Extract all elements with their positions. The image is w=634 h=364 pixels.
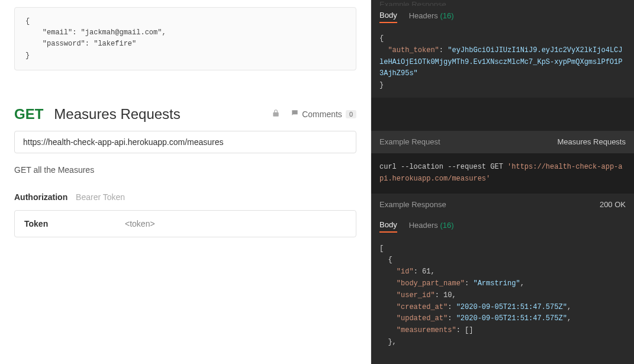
authorization-type: Bearer Token <box>76 192 125 202</box>
example-response-label: Example Response <box>379 200 446 209</box>
headers-count-2: (16) <box>440 221 453 230</box>
token-value: <token> <box>125 219 155 228</box>
endpoint-header: GET Measures Requests Comments 0 <box>14 106 356 123</box>
authorization-label: Authorization <box>14 192 67 202</box>
authorization-row: Authorization Bearer Token <box>14 192 356 202</box>
comment-icon <box>291 109 299 119</box>
response-tabs-top: Body Headers (16) <box>371 6 634 27</box>
truncated-prev-section: Example Response <box>371 0 634 6</box>
example-request-header: Example Request Measures Requests <box>371 131 634 153</box>
example-request-label: Example Request <box>379 137 440 146</box>
token-row: Token <token> <box>14 210 356 237</box>
lock-icon <box>272 109 280 120</box>
tab-headers-label: Headers <box>409 11 438 20</box>
request-body-code: { "email": "jackmah@gmail.com", "passwor… <box>14 7 356 70</box>
tab-headers-2[interactable]: Headers (16) <box>409 221 454 232</box>
example-response-header: Example Response 200 OK <box>371 194 634 216</box>
comments-count: 0 <box>346 110 356 118</box>
endpoint-url[interactable]: https://health-check-app-api.herokuapp.c… <box>14 131 356 153</box>
tab-body-2[interactable]: Body <box>379 220 397 233</box>
response-tabs-bottom: Body Headers (16) <box>371 216 634 237</box>
comments-label: Comments <box>302 109 342 119</box>
token-label: Token <box>24 219 125 228</box>
tab-headers-label-2: Headers <box>409 221 438 230</box>
endpoint-title: Measures Requests <box>54 106 272 123</box>
comments-button[interactable]: Comments 0 <box>291 109 356 119</box>
section-divider <box>371 98 634 131</box>
curl-command: curl --location --request GET 'https://h… <box>371 153 634 194</box>
auth-response-body: { "auth_token": "eyJhbGciOiJIUzI1NiJ9.ey… <box>371 27 634 98</box>
endpoint-description: GET all the Measures <box>14 165 356 175</box>
tab-headers[interactable]: Headers (16) <box>409 11 454 22</box>
tab-body[interactable]: Body <box>379 11 397 23</box>
headers-count: (16) <box>440 11 453 20</box>
measures-response-body: [ { "id": 61, "body_part_name": "Armstri… <box>371 237 634 355</box>
http-method-badge: GET <box>14 106 43 123</box>
example-request-name: Measures Requests <box>557 137 626 146</box>
response-status: 200 OK <box>600 200 626 209</box>
